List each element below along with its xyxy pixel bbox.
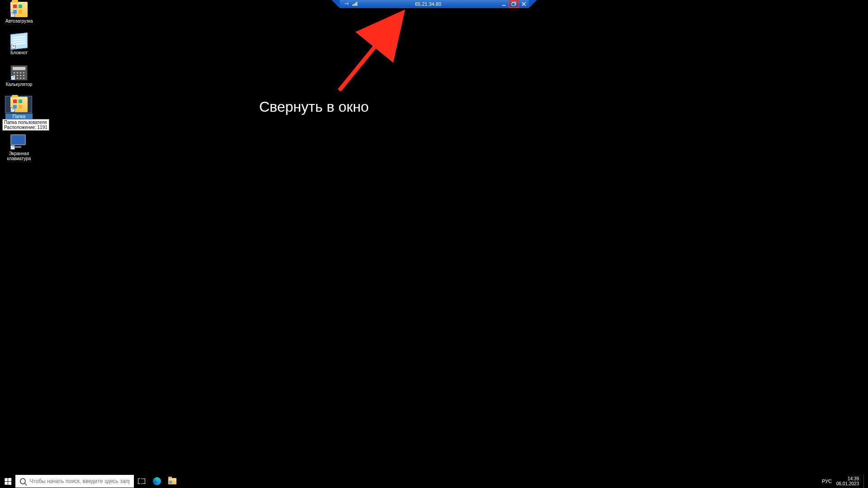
task-view-button[interactable] bbox=[134, 474, 149, 488]
taskbar-app-explorer[interactable] bbox=[165, 474, 180, 488]
taskbar-search-input[interactable] bbox=[29, 478, 129, 484]
svg-rect-6 bbox=[512, 3, 515, 5]
annotation-text: Свернуть в окно bbox=[259, 99, 369, 115]
svg-rect-3 bbox=[356, 2, 357, 6]
desktop-icon-label: Блокнот bbox=[10, 50, 28, 55]
shortcut-overlay-icon bbox=[10, 13, 15, 17]
rdp-connection-bar: ⊣ 65.21.34.80 bbox=[339, 0, 529, 8]
svg-rect-4 bbox=[502, 5, 506, 6]
edge-icon bbox=[153, 477, 161, 485]
rdp-ip-label: 65.21.34.80 bbox=[358, 1, 499, 7]
svg-line-9 bbox=[339, 13, 403, 90]
desktop-icon-osk[interactable]: Экранная клавиатура bbox=[5, 134, 33, 161]
search-icon bbox=[20, 478, 26, 484]
taskbar: РУС 14:39 06.01.2023 bbox=[0, 474, 868, 488]
shortcut-overlay-icon bbox=[10, 108, 15, 112]
start-button[interactable] bbox=[0, 474, 15, 488]
rdp-restore-button[interactable] bbox=[509, 0, 519, 8]
desktop-icon-notepad[interactable]: Блокнот bbox=[5, 33, 33, 55]
tooltip-line: Расположение: 1191 bbox=[4, 125, 47, 130]
desktop-icon-calculator[interactable]: Калькулятор bbox=[5, 65, 33, 87]
show-desktop-button[interactable] bbox=[863, 474, 866, 488]
signal-icon bbox=[352, 1, 358, 7]
svg-rect-0 bbox=[352, 5, 353, 6]
svg-rect-1 bbox=[354, 4, 355, 6]
shortcut-overlay-icon bbox=[11, 76, 15, 80]
desktop-icons: Автозагрузка Блокнот Калькулятор Папка п… bbox=[1, 2, 37, 171]
desktop-icon-tooltip: Папка пользователя Расположение: 1191 bbox=[2, 119, 49, 131]
taskbar-time: 14:39 bbox=[836, 476, 859, 481]
desktop-icon-label: Автозагрузка bbox=[5, 19, 33, 24]
shortcut-overlay-icon bbox=[11, 44, 15, 49]
taskbar-clock[interactable]: 14:39 06.01.2023 bbox=[836, 476, 859, 486]
shortcut-overlay-icon bbox=[10, 145, 15, 150]
language-indicator[interactable]: РУС bbox=[822, 479, 832, 484]
taskbar-search[interactable] bbox=[15, 475, 134, 488]
annotation-arrow bbox=[330, 5, 412, 95]
tooltip-line: Папка пользователя bbox=[4, 120, 47, 125]
desktop-icon-label: Экранная клавиатура bbox=[7, 151, 31, 161]
svg-rect-2 bbox=[355, 3, 356, 6]
desktop-icon-autostart[interactable]: Автозагрузка bbox=[5, 2, 33, 24]
system-tray: РУС 14:39 06.01.2023 bbox=[822, 474, 868, 488]
rdp-close-button[interactable] bbox=[519, 0, 529, 8]
file-explorer-icon bbox=[168, 478, 176, 484]
desktop-icon-label: Калькулятор bbox=[6, 82, 33, 87]
taskbar-app-edge[interactable] bbox=[149, 474, 165, 488]
task-view-icon bbox=[138, 479, 145, 484]
pin-icon[interactable]: ⊣ bbox=[344, 1, 349, 7]
rdp-minimize-button[interactable] bbox=[499, 0, 509, 8]
windows-logo-icon bbox=[5, 478, 11, 485]
taskbar-date: 06.01.2023 bbox=[836, 481, 859, 486]
